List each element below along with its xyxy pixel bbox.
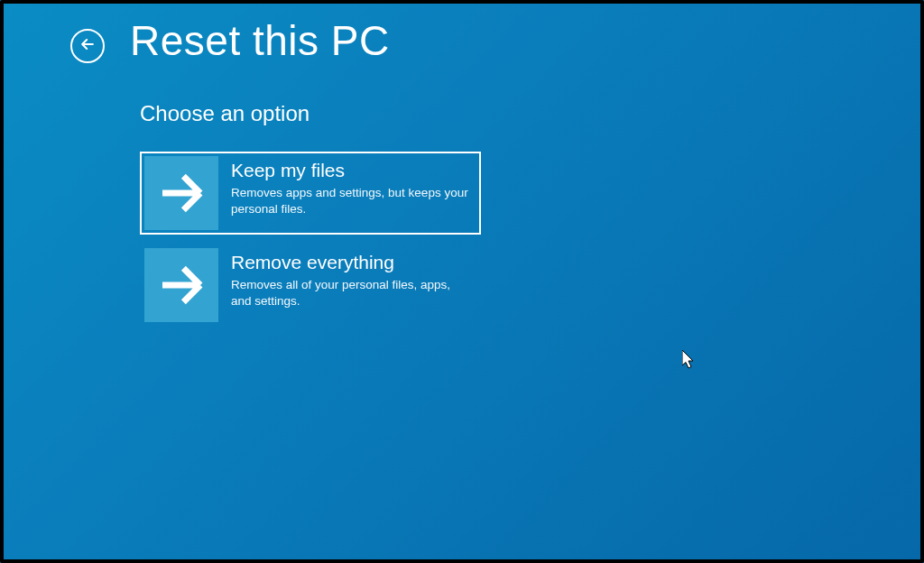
- arrow-right-icon: [144, 248, 218, 322]
- option-description: Removes apps and settings, but keeps you…: [231, 185, 471, 217]
- subtitle: Choose an option: [140, 101, 924, 126]
- page-title: Reset this PC: [130, 16, 390, 65]
- back-arrow-icon: [79, 35, 97, 57]
- options-list: Keep my files Removes apps and settings,…: [140, 152, 924, 327]
- page-header: Reset this PC: [0, 0, 924, 65]
- back-button[interactable]: [70, 29, 105, 63]
- option-keep-files[interactable]: Keep my files Removes apps and settings,…: [140, 152, 481, 235]
- mouse-cursor-icon: [682, 350, 697, 372]
- option-text: Remove everything Removes all of your pe…: [231, 248, 476, 309]
- option-title: Remove everything: [231, 252, 471, 273]
- arrow-right-icon: [144, 156, 218, 230]
- option-description: Removes all of your personal files, apps…: [231, 277, 471, 309]
- option-text: Keep my files Removes apps and settings,…: [231, 156, 476, 217]
- content-area: Choose an option Keep my files Removes a…: [0, 65, 924, 327]
- option-title: Keep my files: [231, 160, 471, 181]
- option-remove-everything[interactable]: Remove everything Removes all of your pe…: [140, 244, 481, 327]
